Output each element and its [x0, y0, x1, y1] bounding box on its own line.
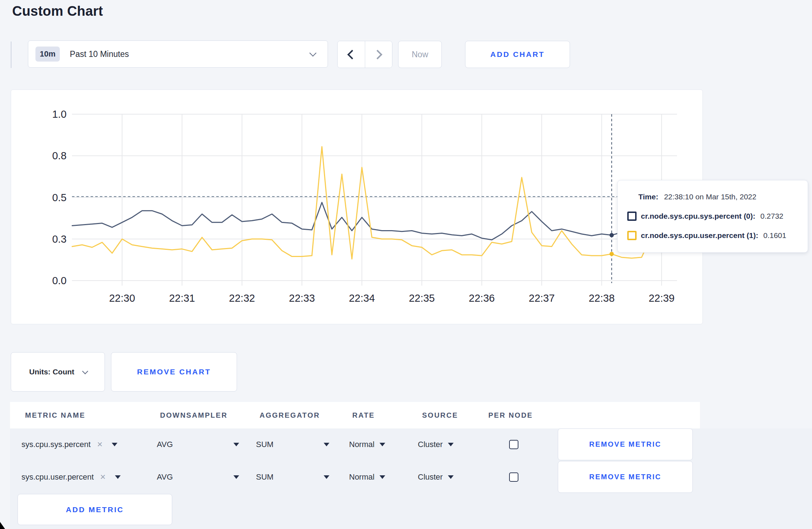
aggregator-value: SUM [256, 472, 274, 482]
chart-card: 0.00.30.50.81.022:3022:3122:3222:3322:34… [11, 89, 703, 324]
crosshair-marker [609, 252, 614, 256]
rate-select[interactable]: Normal [349, 461, 385, 493]
caret-down-icon [448, 443, 454, 446]
aggregator-select[interactable]: SUM [256, 428, 329, 460]
source-select[interactable]: Cluster [418, 428, 454, 460]
rate-value: Normal [349, 440, 374, 449]
line-chart[interactable]: 0.00.30.50.81.022:3022:3122:3222:3322:34… [11, 90, 703, 325]
chevron-down-icon [309, 49, 316, 57]
caret-down-icon [380, 443, 385, 446]
header-per-node: PER NODE [488, 402, 533, 428]
per-node-cell [509, 428, 518, 460]
chevron-right-icon [373, 50, 382, 59]
per-node-cell [509, 461, 518, 493]
metric-name-select[interactable]: sys.cpu.user.percent × [21, 461, 121, 493]
next-time-button[interactable] [365, 41, 392, 68]
time-range-badge: 10m [35, 47, 60, 62]
x-tick-label: 22:39 [649, 292, 675, 304]
clear-metric-icon[interactable]: × [97, 439, 102, 450]
tooltip-series-value: 0.2732 [760, 212, 783, 220]
tooltip-series-name: cr.node.sys.cpu.sys.percent (0): [641, 212, 755, 220]
y-tick-label: 0.3 [52, 233, 67, 245]
now-button[interactable]: Now [398, 41, 442, 68]
header-aggregator: AGGREGATOR [260, 402, 320, 428]
crosshair-marker [609, 233, 614, 237]
add-metric-button[interactable]: ADD METRIC [18, 494, 172, 525]
x-tick-label: 22:37 [529, 292, 555, 304]
tooltip-series-value: 0.1601 [763, 231, 786, 240]
source-select[interactable]: Cluster [418, 461, 454, 493]
y-tick-label: 0.5 [52, 192, 67, 203]
x-tick-label: 22:33 [289, 292, 315, 304]
sys-series-swatch-icon [627, 212, 637, 221]
header-rate: RATE [352, 402, 375, 428]
caret-down-icon [115, 475, 121, 479]
x-tick-label: 22:36 [469, 292, 495, 304]
caret-down-icon [324, 475, 329, 479]
caret-down-icon [448, 475, 454, 479]
remove-metric-button[interactable]: REMOVE METRIC [558, 461, 693, 493]
per-node-checkbox[interactable] [509, 472, 518, 482]
y-tick-label: 0.0 [52, 275, 67, 286]
metrics-table-header: METRIC NAME DOWNSAMPLER AGGREGATOR RATE … [10, 402, 700, 428]
time-range-label: Past 10 Minutes [70, 49, 129, 59]
header-source: SOURCE [422, 402, 458, 428]
rate-value: Normal [349, 472, 374, 482]
source-value: Cluster [418, 472, 443, 482]
aggregator-value: SUM [256, 440, 274, 449]
prev-time-button[interactable] [338, 41, 365, 68]
clear-metric-icon[interactable]: × [100, 471, 106, 482]
custom-chart-page: Custom Chart 10m Past 10 Minutes Now ADD… [0, 0, 812, 529]
caret-down-icon [112, 443, 117, 446]
tooltip-time-label: Time: [638, 193, 658, 201]
mouse-cursor [0, 522, 5, 529]
header-downsampler: DOWNSAMPLER [160, 402, 228, 428]
metric-row: sys.cpu.user.percent × AVG SUM Normal Cl… [10, 461, 700, 493]
metric-name-value: sys.cpu.user.percent [21, 472, 94, 482]
series-line-1 [72, 147, 672, 259]
units-label: Units: Count [29, 368, 74, 376]
y-tick-label: 0.8 [52, 150, 67, 161]
x-tick-label: 22:30 [109, 292, 135, 304]
tooltip-series-row: cr.node.sys.cpu.sys.percent (0): 0.2732 [618, 212, 808, 221]
remove-metric-button[interactable]: REMOVE METRIC [558, 428, 693, 460]
downsampler-select[interactable]: AVG [157, 461, 239, 493]
caret-down-icon [233, 443, 239, 446]
remove-chart-button[interactable]: REMOVE CHART [111, 352, 237, 392]
add-chart-button[interactable]: ADD CHART [465, 41, 570, 68]
per-node-checkbox[interactable] [509, 440, 518, 449]
toolbar-divider [11, 42, 11, 68]
user-series-swatch-icon [627, 231, 637, 240]
downsampler-value: AVG [157, 440, 173, 449]
caret-down-icon [324, 443, 329, 446]
downsampler-value: AVG [157, 472, 173, 482]
source-value: Cluster [418, 440, 443, 449]
tooltip-series-name: cr.node.sys.cpu.user.percent (1): [641, 231, 758, 240]
chevron-down-icon [82, 368, 88, 374]
x-tick-label: 22:31 [169, 292, 195, 304]
page-title: Custom Chart [12, 4, 103, 19]
y-tick-label: 1.0 [52, 108, 67, 120]
metric-row: sys.cpu.sys.percent × AVG SUM Normal Clu… [10, 428, 700, 460]
caret-down-icon [233, 475, 239, 479]
units-dropdown[interactable]: Units: Count [11, 352, 105, 392]
aggregator-select[interactable]: SUM [256, 461, 329, 493]
metric-name-select[interactable]: sys.cpu.sys.percent × [21, 428, 117, 460]
metric-name-value: sys.cpu.sys.percent [21, 440, 91, 449]
chevron-left-icon [347, 50, 357, 59]
header-metric-name: METRIC NAME [25, 402, 86, 428]
downsampler-select[interactable]: AVG [157, 428, 239, 460]
x-tick-label: 22:34 [349, 292, 375, 304]
time-nav-group [337, 41, 392, 68]
x-tick-label: 22:38 [589, 292, 615, 304]
caret-down-icon [380, 475, 385, 479]
tooltip-series-row: cr.node.sys.cpu.user.percent (1): 0.1601 [618, 231, 808, 240]
tooltip-time-row: Time: 22:38:10 on Mar 15th, 2022 [618, 193, 808, 201]
tooltip-time-value: 22:38:10 on Mar 15th, 2022 [664, 193, 757, 201]
time-range-dropdown[interactable]: 10m Past 10 Minutes [28, 40, 328, 68]
chart-tooltip: Time: 22:38:10 on Mar 15th, 2022 cr.node… [617, 180, 808, 253]
x-tick-label: 22:35 [409, 292, 435, 304]
rate-select[interactable]: Normal [349, 428, 385, 460]
x-tick-label: 22:32 [229, 292, 255, 304]
